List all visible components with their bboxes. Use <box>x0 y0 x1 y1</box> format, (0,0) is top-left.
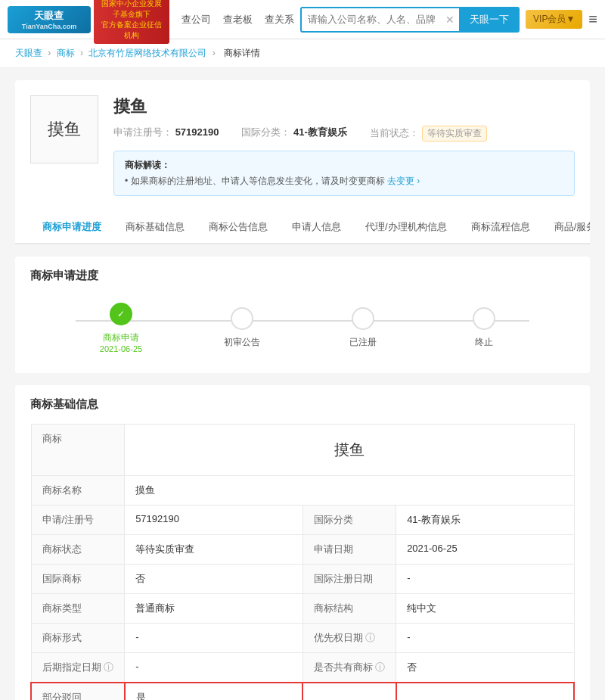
step-initial: 初审公告 <box>182 307 302 349</box>
table-row-partial-revoke: 部分驳回 是 <box>31 683 574 700</box>
logo-area: 天眼查 TianYanCha.com 国家中小企业发展子基金旗下 官方备案企业征… <box>8 0 169 44</box>
app-reg-no-label: 申请/注册号 <box>31 506 125 535</box>
table-row-name: 商标名称 摸鱼 <box>31 476 574 506</box>
step-terminated: 终止 <box>424 307 544 349</box>
tm-structure-value: 纯中文 <box>396 594 574 624</box>
table-row-intl: 国际商标 否 国际注册日期 - <box>31 565 574 594</box>
tm-form-value: - <box>125 624 302 653</box>
partial-revoke-empty-value <box>396 683 574 700</box>
nav-query-relation[interactable]: 查关系 <box>265 13 294 26</box>
tab-agency[interactable]: 代理/办理机构信息 <box>353 211 459 244</box>
partial-revoke-value: 是 <box>125 683 302 700</box>
site-logo[interactable]: 天眼查 TianYanCha.com <box>8 6 91 33</box>
breadcrumb-sep-1: › <box>48 48 51 58</box>
reg-no-item: 申请注册号： 57192190 <box>113 126 219 142</box>
trademark-logo-label-cell: 商标 <box>31 425 125 476</box>
header-right: VIP会员▼ ≡ <box>526 10 597 29</box>
progress-card: 商标申请进度 ✓ 商标申请 2021-06-25 初审公告 <box>15 257 590 373</box>
tabs-bar: 商标申请进度 商标基础信息 商标公告信息 申请人信息 代理/办理机构信息 商标流… <box>15 211 590 244</box>
later-designate-value: - <box>125 653 302 683</box>
breadcrumb-sep-2: › <box>80 48 83 58</box>
basic-info-title: 商标基础信息 <box>30 397 575 412</box>
breadcrumb-home[interactable]: 天眼查 <box>15 48 42 58</box>
trademark-logo-inner: 摸鱼 <box>140 440 558 460</box>
status-label2: 商标状态 <box>31 535 125 565</box>
step-circle-terminated <box>473 307 495 330</box>
breadcrumb-company[interactable]: 北京有竹居网络技术有限公司 <box>88 48 206 58</box>
tab-announcement[interactable]: 商标公告信息 <box>197 211 280 244</box>
later-designate-label: 后期指定日期 ⓘ <box>31 653 125 683</box>
step-apply: ✓ 商标申请 2021-06-25 <box>60 303 182 353</box>
intl-class-value2: 41-教育娱乐 <box>396 506 574 535</box>
apply-date-label: 申请日期 <box>302 535 396 565</box>
nav-links: 查公司 查老板 查关系 <box>182 13 294 26</box>
search-bar: ✕ 天眼一下 <box>300 7 520 33</box>
menu-icon[interactable]: ≡ <box>588 11 597 28</box>
status-value2: 等待实质审查 <box>125 535 302 565</box>
partial-revoke-empty-label <box>302 683 396 700</box>
table-row-trademark: 商标 摸鱼 <box>31 425 574 476</box>
tm-type-label: 商标类型 <box>31 594 125 624</box>
tm-form-label: 商标形式 <box>31 624 125 653</box>
step-label-initial: 初审公告 <box>224 336 260 349</box>
basic-info-table: 商标 摸鱼 商标名称 摸鱼 申请/注册号 57192190 国际分类 <box>30 424 575 700</box>
step-label-apply: 商标申请 <box>103 331 139 344</box>
nav-query-boss[interactable]: 查老板 <box>223 13 253 26</box>
status-item: 当前状态： 等待实质审查 <box>370 126 487 142</box>
breadcrumb-current: 商标详情 <box>224 48 260 58</box>
intl-reg-date-value: - <box>396 565 574 594</box>
app-reg-no-value: 57192190 <box>125 506 302 535</box>
intl-class-item: 国际分类： 41-教育娱乐 <box>241 126 346 142</box>
trademark-name: 摸鱼 <box>113 95 575 118</box>
intl-class-value: 41-教育娱乐 <box>293 126 347 138</box>
step-label-registered: 已注册 <box>349 336 377 349</box>
intl-class-label2: 国际分类 <box>302 506 396 535</box>
search-button[interactable]: 天眼一下 <box>459 7 520 33</box>
shared-help-icon[interactable]: ⓘ <box>375 661 385 673</box>
step-circle-registered <box>352 307 374 330</box>
status-label-text: 当前状态： <box>370 127 419 138</box>
promo-banner: 国家中小企业发展子基金旗下 官方备案企业征信机构 <box>94 0 169 44</box>
breadcrumb-trademark[interactable]: 商标 <box>57 48 75 58</box>
tab-applicant[interactable]: 申请人信息 <box>280 211 353 244</box>
reg-no-value: 57192190 <box>175 126 219 138</box>
main-content: 摸鱼 摸鱼 申请注册号： 57192190 国际分类： 41-教育娱乐 当前状态… <box>0 68 605 700</box>
name-value-cell: 摸鱼 <box>125 476 574 506</box>
alert-content: • 如果商标的注册地址、申请人等信息发生变化，请及时变更商标 去变更 › <box>125 175 563 188</box>
vip-button[interactable]: VIP会员▼ <box>526 10 582 29</box>
checkmark-icon: ✓ <box>117 309 125 319</box>
breadcrumb-sep-3: › <box>213 48 216 58</box>
progress-title: 商标申请进度 <box>30 269 575 283</box>
status-badge: 等待实质审查 <box>422 126 487 142</box>
alert-link[interactable]: 去变更 › <box>387 176 420 186</box>
intl-class-label: 国际分类： <box>241 126 290 138</box>
trademark-header-card: 摸鱼 摸鱼 申请注册号： 57192190 国际分类： 41-教育娱乐 当前状态… <box>15 80 590 244</box>
header: 天眼查 TianYanCha.com 国家中小企业发展子基金旗下 官方备案企业征… <box>0 0 605 39</box>
tab-progress[interactable]: 商标申请进度 <box>30 211 113 244</box>
priority-help-icon[interactable]: ⓘ <box>365 632 375 643</box>
clear-icon[interactable]: ✕ <box>441 14 459 26</box>
tab-basic-info[interactable]: 商标基础信息 <box>113 211 197 244</box>
apply-date-value: 2021-06-25 <box>396 535 574 565</box>
tab-flow[interactable]: 商标流程信息 <box>459 211 542 244</box>
table-row-type-structure: 商标类型 普通商标 商标结构 纯中文 <box>31 594 574 624</box>
step-label-terminated: 终止 <box>475 336 493 349</box>
progress-section: 商标申请进度 ✓ 商标申请 2021-06-25 初审公告 <box>15 257 590 373</box>
trademark-info: 摸鱼 申请注册号： 57192190 国际分类： 41-教育娱乐 当前状态： 等… <box>113 95 575 196</box>
priority-date-label: 优先权日期 ⓘ <box>302 624 396 653</box>
intl-reg-date-label: 国际注册日期 <box>302 565 396 594</box>
basic-info-card: 商标基础信息 商标 摸鱼 商标名称 摸鱼 <box>15 385 590 700</box>
alert-box: 商标解读： • 如果商标的注册地址、申请人等信息发生变化，请及时变更商标 去变更… <box>113 151 575 196</box>
trademark-meta: 申请注册号： 57192190 国际分类： 41-教育娱乐 当前状态： 等待实质… <box>113 126 575 142</box>
priority-date-value: - <box>396 624 574 653</box>
step-circle-apply: ✓ <box>110 303 132 325</box>
table-row-status-date: 商标状态 等待实质审查 申请日期 2021-06-25 <box>31 535 574 565</box>
step-date-apply: 2021-06-25 <box>100 344 142 353</box>
nav-query-company[interactable]: 查公司 <box>182 13 211 26</box>
shared-tm-value: 否 <box>396 653 574 683</box>
intl-tm-value: 否 <box>125 565 302 594</box>
later-help-icon[interactable]: ⓘ <box>104 661 113 673</box>
search-input[interactable] <box>302 14 441 25</box>
tab-goods[interactable]: 商品/服务项目 <box>542 211 590 244</box>
basic-info-section: 商标基础信息 商标 摸鱼 商标名称 摸鱼 <box>15 385 590 700</box>
